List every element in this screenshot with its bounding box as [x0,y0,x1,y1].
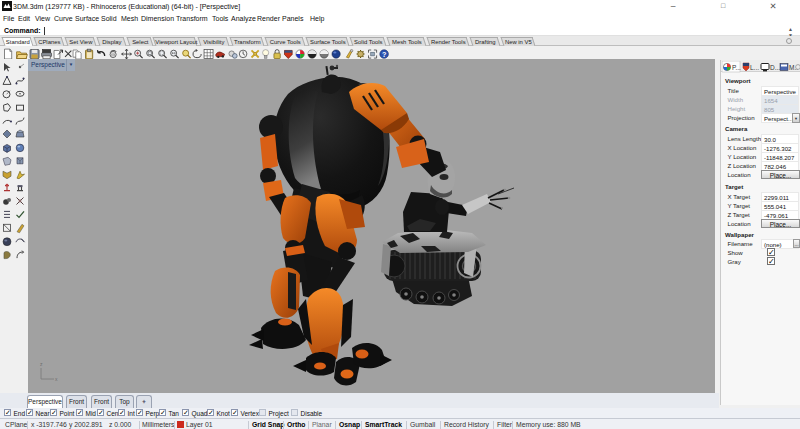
svg-text:z: z [40,361,43,367]
svg-text:L...: L... [750,64,759,71]
svg-text:D...: D... [770,64,780,71]
svg-text:?: ? [382,50,386,59]
svg-text:x: x [55,376,58,382]
svg-text:P...: P... [732,64,741,71]
